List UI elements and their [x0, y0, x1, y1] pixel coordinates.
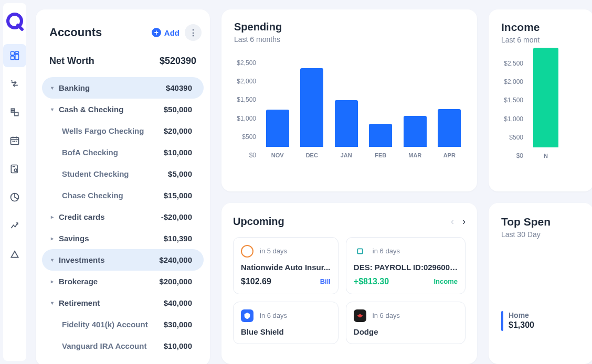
top-spending-subtitle: Last 30 Day [501, 230, 592, 239]
nav-trend-icon[interactable] [3, 214, 26, 237]
nav-calendar-icon[interactable] [3, 129, 26, 152]
upcoming-next-button[interactable]: › [462, 216, 466, 227]
svg-point-16 [15, 141, 15, 142]
income-title: Income [501, 21, 592, 34]
accounts-title: Accounts [49, 26, 102, 39]
account-row[interactable]: Student Checking$5,000 [42, 163, 204, 185]
upcoming-tag: Income [434, 277, 458, 285]
nav-transfer-icon[interactable]: $ [3, 72, 26, 95]
account-value: $50,000 [164, 105, 192, 114]
accounts-panel: Accounts + Add ⋮ Net Worth $520390 ▾Bank… [36, 9, 210, 364]
chart-bar[interactable]: DEC [297, 68, 327, 158]
chevron-down-icon: ▾ [49, 258, 55, 263]
account-value: $40390 [166, 83, 192, 92]
chevron-right-icon: ▸ [49, 236, 55, 241]
account-label: Investments [59, 255, 105, 264]
account-row[interactable]: ▾Banking$40390 [42, 77, 204, 99]
account-value: $30,000 [164, 320, 192, 329]
account-label: BofA Checking [62, 148, 118, 157]
upcoming-item[interactable]: in 6 daysDodge [346, 302, 466, 344]
top-spending-item[interactable]: Home $1,300 [501, 311, 592, 331]
svg-point-15 [13, 141, 13, 142]
account-value: $20,000 [164, 126, 192, 135]
upcoming-merchant: Blue Shield [241, 327, 331, 336]
nav-pie-icon[interactable] [3, 186, 26, 209]
account-row[interactable]: ▾Cash & Checking$50,000 [42, 99, 204, 120]
chart-x-label: JAN [341, 152, 352, 158]
top-spending-title: Top Spen [501, 216, 592, 228]
account-label: Vanguard IRA Account [62, 341, 146, 350]
account-value: $10,000 [164, 148, 192, 157]
upcoming-list: in 5 daysNationwide Auto Insur...$102.69… [233, 237, 466, 344]
upcoming-prev-button[interactable]: ‹ [451, 216, 454, 227]
account-value: $240,000 [159, 255, 192, 264]
account-row[interactable]: ▸Savings$10,390 [42, 228, 204, 249]
account-label: Credit cards [59, 212, 105, 221]
nav-goals-icon[interactable] [3, 242, 26, 265]
chevron-down-icon: ▾ [49, 107, 55, 112]
add-account-button[interactable]: + Add [152, 28, 179, 37]
upcoming-when: in 6 days [260, 312, 287, 319]
svg-rect-5 [11, 56, 15, 60]
account-row[interactable]: Chase Checking$15,000 [42, 185, 204, 206]
chart-bar[interactable]: MAR [400, 116, 430, 158]
upcoming-merchant: Dodge [354, 327, 458, 336]
top-spending-item-value: $1,300 [509, 320, 534, 330]
accounts-menu-button[interactable]: ⋮ [185, 24, 202, 41]
chart-bar[interactable]: JAN [331, 100, 362, 158]
upcoming-amount: $102.69 [241, 277, 271, 286]
income-card: Income Last 6 mont $2,500$2,000$1,500$1,… [489, 9, 592, 191]
chart-bar[interactable]: N [531, 48, 561, 159]
account-row[interactable]: ▸Brokerage$200,000 [42, 271, 204, 292]
sidenav: $ [3, 3, 26, 361]
account-label: Cash & Checking [59, 105, 123, 114]
account-value: $10,390 [164, 234, 192, 243]
svg-rect-4 [15, 55, 19, 60]
account-row[interactable]: ▾Investments$240,000 [42, 249, 204, 271]
nav-apps-icon[interactable] [3, 101, 26, 124]
account-row[interactable]: ▸Credit cards-$20,000 [42, 206, 204, 228]
account-row[interactable]: ▾Retirement$40,000 [42, 292, 204, 314]
account-value: -$20,000 [161, 212, 192, 221]
upcoming-when: in 6 days [373, 247, 400, 255]
spending-y-axis: $2,500$2,000$1,500$1,000$500$0 [234, 59, 260, 159]
chevron-down-icon: ▾ [49, 301, 55, 306]
upcoming-item[interactable]: in 6 daysBlue Shield [233, 302, 339, 344]
spending-subtitle: Last 6 months [234, 35, 467, 44]
nav-doc-search-icon[interactable] [3, 157, 26, 180]
upcoming-card: Upcoming ‹ › in 5 daysNationwide Auto In… [221, 203, 477, 364]
account-row[interactable]: Fidelity 401(k) Account$30,000 [42, 314, 204, 335]
chevron-right-icon: ▸ [49, 215, 55, 220]
chart-bar[interactable]: APR [434, 109, 464, 158]
net-worth-value: $520390 [160, 56, 196, 67]
spending-card: Spending Last 6 months $2,500$2,000$1,50… [221, 9, 477, 191]
net-worth-label: Net Worth [49, 56, 94, 67]
account-value: $15,000 [164, 191, 192, 200]
merchant-icon [354, 245, 366, 258]
svg-rect-2 [11, 52, 15, 56]
account-row[interactable]: BofA Checking$10,000 [42, 142, 204, 163]
account-label: Chase Checking [62, 191, 123, 200]
upcoming-tag: Bill [320, 277, 331, 285]
chart-bar[interactable]: FEB [365, 124, 396, 158]
upcoming-when: in 5 days [260, 247, 287, 255]
income-bars: N [527, 60, 592, 159]
account-label: Fidelity 401(k) Account [62, 320, 148, 329]
account-label: Savings [59, 234, 89, 243]
account-value: $5,000 [168, 169, 192, 178]
plus-icon: + [152, 28, 161, 37]
main-content: Accounts + Add ⋮ Net Worth $520390 ▾Bank… [26, 0, 592, 364]
upcoming-item[interactable]: in 5 daysNationwide Auto Insur...$102.69… [233, 237, 339, 294]
chart-x-label: FEB [375, 152, 386, 158]
nav-dashboard-icon[interactable] [3, 44, 26, 67]
income-y-axis: $2,500$2,000$1,500$1,000$500$0 [501, 60, 527, 159]
upcoming-amount: +$813.30 [354, 277, 389, 286]
add-label: Add [164, 28, 179, 37]
chart-x-label: MAR [408, 152, 421, 158]
account-row[interactable]: Wells Fargo Checking$20,000 [42, 120, 204, 142]
chart-bar[interactable]: NOV [262, 110, 293, 158]
chart-x-label: NOV [271, 152, 284, 158]
account-row[interactable]: Vanguard IRA Account$10,000 [42, 335, 204, 357]
svg-rect-23 [357, 249, 362, 253]
upcoming-item[interactable]: in 6 daysDES: PAYROLL ID:029600…+$813.30… [346, 237, 466, 294]
